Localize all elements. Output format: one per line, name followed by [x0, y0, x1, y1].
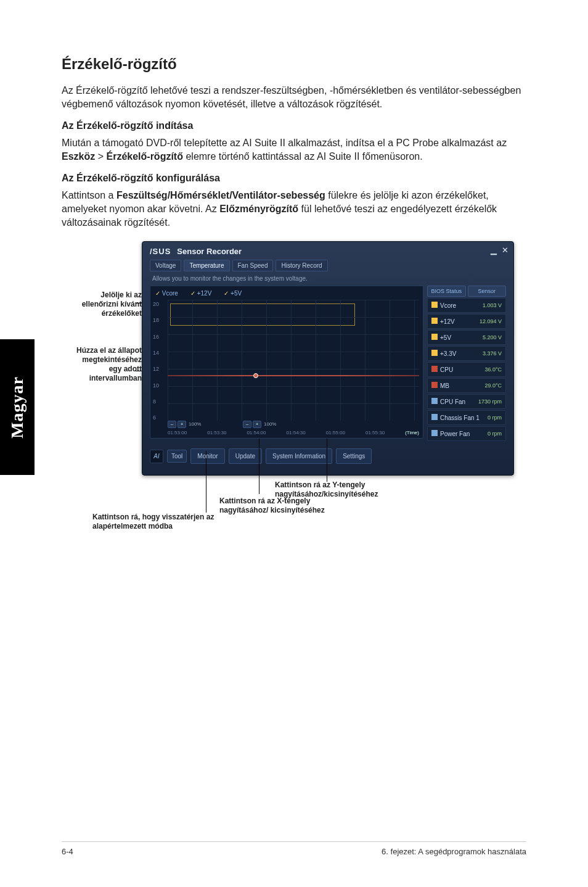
chapter-label: 6. fejezet: A segédprogramok használata	[382, 847, 526, 856]
figure: Jelölje ki az ellenőrizni kívánt érzékel…	[62, 241, 526, 587]
metric-5v: +5V5.200 V	[427, 330, 506, 345]
app-window: ▁ ✕ /SUS Sensor Recorder Voltage Tempera…	[142, 241, 514, 476]
subheading-config: Az Érzékelő-rögzítő konfigurálása	[62, 173, 526, 184]
sensor-vcore[interactable]: ✓ Vcore	[155, 290, 178, 297]
launch-paragraph: Miután a támogató DVD-ről telepítette az…	[62, 136, 526, 163]
intro-paragraph: Az Érzékelő-rögzítő lehetővé teszi a ren…	[62, 84, 526, 110]
metric-12v: +12V12.094 V	[427, 314, 506, 329]
minimize-icon[interactable]: ▁	[491, 245, 497, 255]
tab-bar: Voltage Temperature Fan Speed History Re…	[146, 260, 510, 271]
bios-status-button[interactable]: BIOS Status	[427, 286, 466, 297]
metric-cpu-fan: CPU Fan1730 rpm	[427, 394, 506, 409]
tool-button[interactable]: Tool	[167, 450, 187, 463]
y-zoom-in-button[interactable]: +	[253, 421, 261, 428]
metric-vcore: Vcore1.003 V	[427, 298, 506, 313]
metric-power-fan: Power Fan0 rpm	[427, 426, 506, 441]
subheading-launch: Az Érzékelő-rögzítő indítása	[62, 120, 526, 131]
app-description: Allows you to monitor the changes in the…	[146, 271, 510, 286]
x-zoom-value: 100%	[187, 421, 202, 428]
update-button[interactable]: Update	[229, 448, 262, 464]
metrics-panel: BIOS Status Sensor Vcore1.003 V +12V12.0…	[427, 286, 506, 441]
plot-line	[168, 375, 419, 376]
app-logo: /SUS	[150, 247, 171, 256]
x-zoom-controls: – + 100%	[168, 421, 202, 428]
y-zoom-controls: – + 100%	[243, 421, 277, 428]
tab-voltage[interactable]: Voltage	[150, 260, 181, 271]
sysinfo-button[interactable]: System Information	[266, 448, 332, 464]
tab-history[interactable]: History Record	[276, 260, 327, 271]
tab-fanspeed[interactable]: Fan Speed	[232, 260, 274, 271]
y-zoom-out-button[interactable]: –	[243, 421, 251, 428]
y-zoom-value: 100%	[263, 421, 277, 428]
metric-cpu-temp: CPU36.0°C	[427, 362, 506, 377]
x-zoom-out-button[interactable]: –	[168, 421, 176, 428]
metric-mb-temp: MB29.0°C	[427, 378, 506, 393]
page-footer: 6-4 6. fejezet: A segédprogramok használ…	[62, 841, 526, 856]
x-axis: 01:53:00 01:53:30 01:54:00 01:54:30 01:5…	[168, 430, 419, 435]
sensor-5v[interactable]: ✓ +5V	[224, 290, 242, 297]
bottom-bar: AI Tool Monitor Update System Informatio…	[146, 448, 510, 464]
y-axis: 20 18 16 14 12 10 8 6	[153, 301, 166, 421]
anno-x-zoom: Kattintson rá az X-tengely nagyításához/…	[219, 497, 343, 515]
app-title-text: Sensor Recorder	[177, 247, 242, 256]
anno-drag: Húzza el az állapot megtekintéséhez egy …	[68, 346, 142, 383]
plot-canvas[interactable]	[168, 300, 419, 421]
ai-icon: AI	[150, 450, 163, 463]
language-side-tab: Magyar	[0, 339, 35, 475]
language-label: Magyar	[7, 376, 27, 439]
monitor-button[interactable]: Monitor	[190, 448, 224, 464]
sensor-12v[interactable]: ✓ +12V	[190, 290, 211, 297]
tab-temperature[interactable]: Temperature	[184, 260, 229, 271]
plot-marker[interactable]	[253, 373, 258, 378]
metric-chassis-fan: Chassis Fan 10 rpm	[427, 410, 506, 425]
close-icon[interactable]: ✕	[502, 245, 508, 255]
page-title: Érzékelő-rögzítő	[62, 56, 526, 73]
anno-select-sensors: Jelölje ki az ellenőrizni kívánt érzékel…	[68, 291, 142, 318]
config-paragraph: Kattintson a Feszültség/Hőmérséklet/Vent…	[62, 189, 526, 229]
settings-button[interactable]: Settings	[336, 448, 372, 464]
anno-reset: Kattintson rá, hogy visszatérjen az alap…	[92, 513, 234, 531]
page-number: 6-4	[62, 847, 73, 856]
x-zoom-in-button[interactable]: +	[178, 421, 186, 428]
metric-3v: +3.3V3.376 V	[427, 346, 506, 361]
sensor-button[interactable]: Sensor	[468, 286, 507, 297]
chart-area[interactable]: ✓ Vcore ✓ +12V ✓ +5V 20 18 16 14 12 10 8…	[150, 286, 423, 439]
